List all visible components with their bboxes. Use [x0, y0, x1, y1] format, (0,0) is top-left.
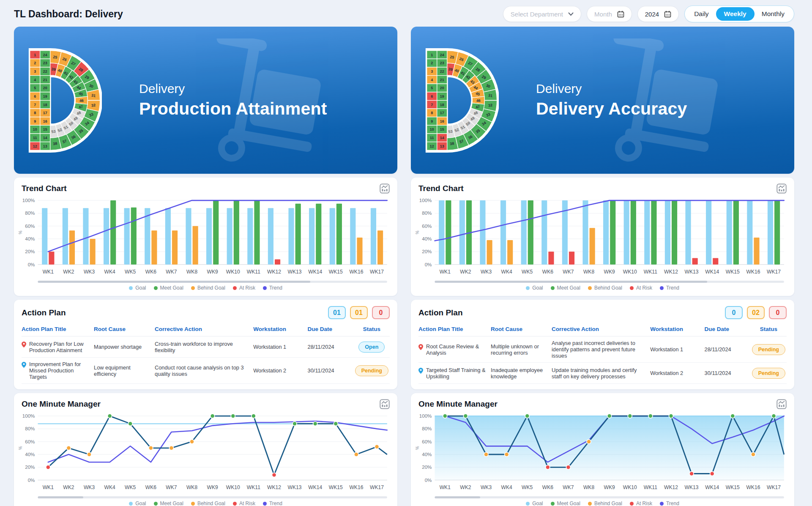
col-status: Status [354, 326, 390, 332]
svg-text:WK4: WK4 [104, 269, 116, 275]
view-toggle-weekly[interactable]: Weekly [716, 7, 755, 21]
status-badge[interactable]: Pending [752, 368, 785, 379]
svg-text:1: 1 [34, 52, 36, 57]
trend-chart-canvas[interactable]: 0%20%40%60%80%100%%WK1WK2WK3WK4WK5WK6WK7… [414, 196, 790, 284]
svg-text:%: % [415, 230, 420, 234]
svg-text:60%: 60% [25, 439, 35, 444]
svg-text:3: 3 [34, 69, 36, 74]
svg-text:10: 10 [33, 127, 37, 131]
status-badge[interactable]: Open [358, 342, 385, 353]
calendar-icon [617, 11, 624, 18]
col-corrective-action: Corrective Action [552, 326, 645, 332]
chart-options-button[interactable] [776, 183, 787, 194]
table-row[interactable]: Root Cause Review & Analysis Multiple un… [418, 336, 787, 363]
chart-options-button[interactable] [776, 399, 787, 409]
svg-text:23: 23 [43, 61, 47, 65]
workstation-cell: Workstation 1 [253, 344, 302, 350]
action-plan-title: Action Plan [418, 308, 463, 317]
legend-dot [233, 286, 237, 290]
trend-chart-canvas[interactable]: 0%20%40%60%80%100%%WK1WK2WK3WK4WK5WK6WK7… [17, 196, 393, 284]
omm-chart-canvas[interactable]: 0%20%40%60%80%100%%WK1WK2WK3WK4WK5WK6WK7… [414, 412, 790, 500]
chart-options-button[interactable] [380, 183, 390, 194]
svg-text:7: 7 [34, 102, 36, 107]
legend-item: Goal [526, 285, 543, 291]
svg-text:31: 31 [488, 93, 492, 98]
svg-text:WK5: WK5 [522, 269, 533, 275]
svg-text:WK5: WK5 [125, 269, 136, 275]
omm-chart-canvas[interactable]: 0%20%40%60%80%100%%WK1WK2WK3WK4WK5WK6WK7… [17, 412, 393, 500]
svg-text:WK6: WK6 [145, 484, 157, 490]
svg-text:WK11: WK11 [247, 484, 260, 490]
table-row[interactable]: Targeted Staff Training & Upskilling Ina… [418, 363, 787, 384]
action-plan-counters: 0 02 0 [725, 306, 787, 319]
svg-text:17: 17 [440, 111, 444, 115]
month-picker[interactable]: Month [587, 6, 632, 22]
svg-text:18: 18 [440, 102, 444, 107]
legend-item: Trend [660, 285, 679, 291]
action-plan-card: Action Plan 0 02 0 Action Plan Title Roo… [411, 300, 794, 389]
table-row[interactable]: Recovery Plan for Low Production Attainm… [22, 336, 390, 358]
table-row[interactable]: Improvement Plan for Missed Production T… [22, 358, 390, 384]
status-badge[interactable]: Pending [752, 344, 785, 355]
svg-text:WK2: WK2 [63, 484, 74, 490]
svg-text:31: 31 [91, 93, 96, 98]
chart-legend: GoalMeet GoalBehind GoalAt RiskTrend [14, 284, 397, 296]
corrective-action-cell: Analyse past incorrect deliveries to ide… [552, 340, 645, 359]
svg-text:WK9: WK9 [207, 484, 219, 490]
legend-item: Trend [660, 501, 679, 506]
svg-text:WK8: WK8 [583, 269, 595, 275]
top-bar: TL Dashboard: Delivery Select Department… [0, 0, 812, 27]
legend-dot [630, 502, 634, 506]
d-heatmap-letter: 1234567891011122423222120191817161514132… [424, 47, 499, 153]
action-plan-counters: 01 01 0 [328, 306, 390, 319]
svg-text:10: 10 [430, 127, 434, 131]
trend-chart-title: Trend Chart [22, 184, 67, 193]
trend-chart-card: Trend Chart 0%20%40%60%80%100%%WK1WK2WK3… [14, 178, 397, 296]
svg-text:100%: 100% [419, 197, 432, 203]
department-select[interactable]: Select Department [503, 6, 581, 22]
svg-text:80%: 80% [25, 426, 35, 432]
svg-text:WK13: WK13 [288, 484, 302, 490]
status-badge[interactable]: Pending [355, 365, 388, 376]
svg-text:WK9: WK9 [604, 269, 615, 275]
legend-item: At Risk [233, 501, 255, 506]
chevron-down-icon [568, 12, 574, 16]
svg-text:WK16: WK16 [349, 484, 363, 490]
col-workstation: Workstation [253, 326, 302, 332]
chart-options-button[interactable] [380, 399, 390, 409]
svg-text:12: 12 [430, 144, 434, 148]
year-picker[interactable]: 2024 [637, 6, 679, 22]
view-toggle: Daily Weekly Monthly [684, 5, 794, 22]
svg-text:WK16: WK16 [349, 269, 363, 275]
svg-text:WK12: WK12 [267, 484, 281, 490]
svg-text:21: 21 [440, 77, 444, 82]
svg-text:WK17: WK17 [370, 484, 384, 490]
panel-delivery-accuracy: 1234567891011122423222120191817161514132… [411, 27, 794, 506]
svg-text:WK15: WK15 [329, 269, 343, 275]
svg-text:24: 24 [43, 52, 47, 57]
svg-text:40%: 40% [25, 236, 35, 241]
hero-category: Delivery [536, 82, 687, 96]
svg-text:WK7: WK7 [166, 484, 177, 490]
calendar-icon [664, 11, 671, 18]
view-toggle-monthly[interactable]: Monthly [755, 8, 791, 20]
legend-item: Behind Goal [191, 285, 225, 291]
svg-text:7: 7 [431, 102, 433, 107]
department-select-label: Select Department [511, 11, 563, 18]
col-corrective-action: Corrective Action [155, 326, 248, 332]
page-title: TL Dashboard: Delivery [14, 8, 123, 20]
svg-text:25: 25 [450, 55, 454, 59]
svg-text:WK7: WK7 [563, 269, 574, 275]
svg-text:WK11: WK11 [644, 484, 657, 490]
svg-text:40%: 40% [422, 451, 432, 457]
root-cause-cell: Multiple unknown or recurring errors [491, 343, 547, 356]
action-plan-row-title: Improvement Plan for Missed Production T… [29, 361, 89, 380]
view-toggle-daily[interactable]: Daily [688, 8, 715, 20]
svg-text:0%: 0% [425, 477, 432, 483]
action-plan-row-title: Targeted Staff Training & Upskilling [426, 367, 486, 380]
svg-text:23: 23 [440, 61, 444, 65]
hero-banner: 1234567891011122423222120191817161514132… [14, 27, 397, 174]
svg-text:11: 11 [33, 136, 37, 140]
svg-text:WK13: WK13 [685, 484, 699, 490]
map-pin-icon [418, 344, 423, 350]
